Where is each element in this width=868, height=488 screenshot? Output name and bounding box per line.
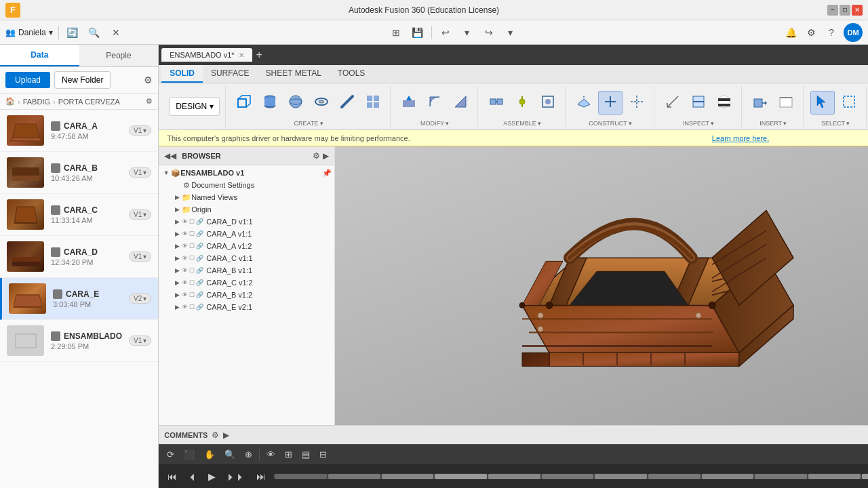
tree-expand-icon[interactable]: ▶ bbox=[172, 302, 182, 312]
browser-expand-icon[interactable]: ▶ bbox=[323, 151, 329, 161]
refresh-button[interactable]: 🔄 bbox=[64, 24, 81, 41]
grid-button[interactable]: ▤ bbox=[299, 448, 313, 461]
tree-vis-icon[interactable]: 👁 bbox=[182, 218, 188, 225]
tree-item-comp[interactable]: ▶ 👁 ☐ 🔗 CARA_D v1:1 bbox=[159, 216, 334, 228]
tree-item-comp[interactable]: ▶ 👁 ☐ 🔗 CARA_B v1:1 bbox=[159, 264, 334, 277]
tree-vis-icon[interactable]: 👁 bbox=[182, 291, 188, 298]
timeline-next-button[interactable]: ⏵⏵ bbox=[223, 470, 249, 483]
tree-item-named-views[interactable]: ▶ 📁 Named Views bbox=[159, 191, 334, 203]
tree-expand-icon[interactable]: ▼ bbox=[161, 168, 171, 178]
tab-data[interactable]: Data bbox=[0, 45, 79, 66]
construct-point-btn[interactable] bbox=[625, 92, 648, 114]
zoom-fit-button[interactable]: ⊕ bbox=[242, 448, 255, 461]
close-button[interactable]: ✕ bbox=[852, 5, 863, 16]
home-icon[interactable]: 🏠 bbox=[5, 97, 15, 106]
browser-settings-icon[interactable]: ⚙ bbox=[313, 151, 320, 161]
insert-derive-btn[interactable] bbox=[749, 92, 772, 114]
list-item[interactable]: CARA_E 3:03:48 PM V2▾ bbox=[0, 278, 158, 320]
ribbon-tab-sheet-metal[interactable]: SHEET METAL bbox=[258, 65, 330, 83]
select-btn[interactable] bbox=[810, 91, 835, 115]
timeline-prev-button[interactable]: ⏴ bbox=[184, 470, 201, 483]
tree-checkbox-icon[interactable]: ☐ bbox=[189, 218, 195, 225]
tree-checkbox-icon[interactable]: ☐ bbox=[189, 304, 195, 310]
list-item[interactable]: CARA_D 12:34:20 PM V1▾ bbox=[0, 236, 158, 278]
modify-fillet-btn[interactable] bbox=[423, 92, 446, 114]
tree-expand-icon[interactable]: ▶ bbox=[172, 278, 182, 287]
assemble-component-btn[interactable] bbox=[485, 92, 508, 114]
timeline-last-button[interactable]: ⏭ bbox=[253, 470, 269, 483]
timeline-track[interactable] bbox=[273, 474, 868, 479]
save-button[interactable]: 💾 bbox=[410, 24, 426, 41]
construct-offset-plane-btn[interactable] bbox=[572, 92, 595, 114]
breadcrumb-settings-icon[interactable]: ⚙ bbox=[146, 97, 153, 106]
list-item[interactable]: ENSAMBLADO 2:29:05 PM V1▾ bbox=[0, 320, 158, 362]
tree-item-comp[interactable]: ▶ 👁 ☐ 🔗 CARA_A v1:2 bbox=[159, 240, 334, 252]
add-tab-button[interactable]: + bbox=[254, 49, 265, 61]
tree-checkbox-icon[interactable]: ☐ bbox=[189, 230, 195, 237]
timeline-first-button[interactable]: ⏮ bbox=[164, 470, 180, 483]
tree-vis-icon[interactable]: 👁 bbox=[182, 255, 188, 262]
notification-bell[interactable]: 🔔 bbox=[783, 24, 799, 41]
assemble-joint-btn[interactable] bbox=[511, 92, 534, 114]
select-mode-btn[interactable] bbox=[837, 92, 861, 114]
tree-item-comp[interactable]: ▶ 👁 ☐ 🔗 CARA_B v1:2 bbox=[159, 289, 334, 301]
tree-item-comp[interactable]: ▶ 👁 ☐ 🔗 CARA_C v1:2 bbox=[159, 277, 334, 289]
inspect-section-btn[interactable] bbox=[687, 92, 710, 114]
tree-vis-icon[interactable]: 👁 bbox=[182, 267, 188, 274]
ribbon-tab-surface[interactable]: SURFACE bbox=[203, 65, 258, 83]
environment-button[interactable]: ⊟ bbox=[317, 448, 330, 461]
create-pipe-btn[interactable] bbox=[336, 92, 359, 114]
display-mode-button[interactable]: 👁 bbox=[264, 448, 278, 461]
tree-vis-icon[interactable]: 👁 bbox=[182, 243, 188, 249]
create-box-btn[interactable] bbox=[233, 92, 256, 114]
tree-checkbox-icon[interactable]: ☐ bbox=[189, 291, 195, 298]
tree-expand-icon[interactable]: ▶ bbox=[172, 229, 182, 239]
assemble-motion-btn[interactable] bbox=[536, 92, 559, 114]
close-panel-button[interactable]: ✕ bbox=[108, 24, 124, 41]
breadcrumb-fabdig[interactable]: FABDIG bbox=[23, 98, 50, 106]
tree-vis-icon[interactable]: 👁 bbox=[182, 230, 188, 237]
redo-dropdown[interactable]: ▾ bbox=[502, 24, 519, 41]
create-sphere-btn[interactable] bbox=[284, 92, 307, 114]
search-button[interactable]: 🔍 bbox=[86, 24, 102, 41]
panel-settings-button[interactable]: ⚙ bbox=[144, 75, 153, 85]
tree-expand-icon[interactable]: ▶ bbox=[172, 217, 182, 226]
tab-people[interactable]: People bbox=[79, 45, 159, 66]
comments-settings-icon[interactable]: ⚙ bbox=[212, 430, 219, 440]
tree-checkbox-icon[interactable]: ☐ bbox=[189, 255, 195, 262]
create-torus-btn[interactable] bbox=[310, 92, 333, 114]
tree-checkbox-icon[interactable]: ☐ bbox=[189, 267, 195, 274]
list-item[interactable]: CARA_A 9:47:58 AM V1▾ bbox=[0, 110, 158, 152]
orbit-button[interactable]: ⟳ bbox=[164, 448, 177, 461]
undo-dropdown[interactable]: ▾ bbox=[459, 24, 475, 41]
tree-expand-icon[interactable]: ▶ bbox=[172, 192, 182, 202]
tree-item-origin[interactable]: ▶ 📁 Origin bbox=[159, 203, 334, 216]
tree-root[interactable]: ▼ 📦 ENSAMBLADO v1 📌 bbox=[159, 167, 334, 179]
tree-expand-icon[interactable]: ▶ bbox=[172, 205, 182, 214]
help-button[interactable]: ? bbox=[823, 24, 840, 41]
tree-vis-icon[interactable]: 👁 bbox=[182, 304, 188, 310]
maximize-button[interactable]: □ bbox=[840, 5, 850, 16]
upload-button[interactable]: Upload bbox=[5, 72, 50, 88]
doc-tab-ensamblado[interactable]: ENSAMBLADO v1* ✕ bbox=[161, 48, 252, 62]
doc-tab-close[interactable]: ✕ bbox=[239, 52, 244, 59]
viewport-3d[interactable] bbox=[335, 146, 868, 425]
ribbon-tab-solid[interactable]: SOLID bbox=[161, 65, 203, 83]
tree-vis-icon[interactable]: 👁 bbox=[182, 279, 188, 286]
list-item[interactable]: CARA_B 10:43:26 AM V1▾ bbox=[0, 152, 158, 194]
user-menu[interactable]: 👥 Daniela ▾ bbox=[5, 28, 53, 37]
construct-axis-btn[interactable] bbox=[598, 91, 623, 115]
redo-button[interactable]: ↪ bbox=[481, 24, 497, 41]
tree-item-doc-settings[interactable]: ⚙ Document Settings bbox=[159, 179, 334, 191]
create-cylinder-btn[interactable] bbox=[258, 92, 281, 114]
look-at-button[interactable]: ⬛ bbox=[181, 448, 197, 461]
tree-checkbox-icon[interactable]: ☐ bbox=[189, 243, 195, 249]
tree-expand-icon[interactable]: ▶ bbox=[172, 241, 182, 251]
modify-chamfer-btn[interactable] bbox=[449, 92, 472, 114]
new-folder-button[interactable]: New Folder bbox=[54, 71, 111, 89]
design-dropdown[interactable]: DESIGN ▾ bbox=[170, 97, 220, 116]
insert-canvas-btn[interactable] bbox=[774, 92, 797, 114]
warning-link[interactable]: Learn more here. bbox=[712, 134, 769, 142]
breadcrumb-porta[interactable]: PORTA CERVEZA bbox=[58, 98, 120, 106]
tree-checkbox-icon[interactable]: ☐ bbox=[189, 279, 195, 286]
